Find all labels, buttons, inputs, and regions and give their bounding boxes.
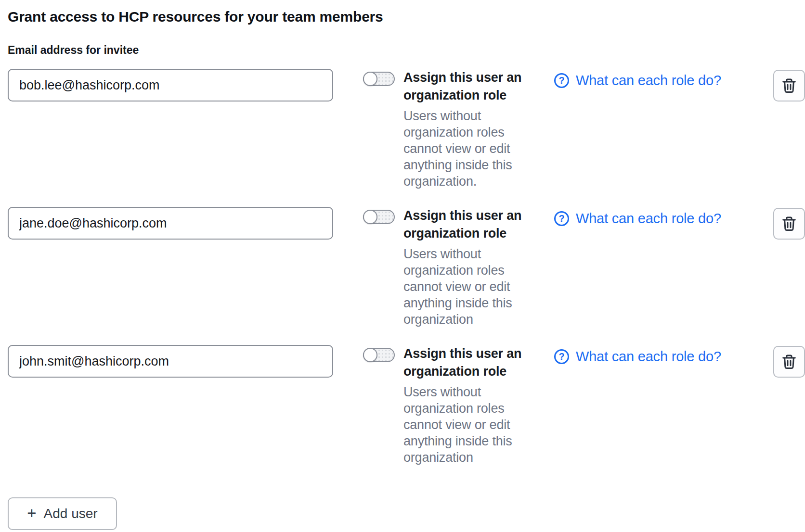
role-help-link-label: What can each role do? [576,210,721,227]
toggle-knob-icon [363,210,377,224]
assign-role-title: Assign this user an organization role [403,207,527,242]
what-can-each-role-do-link[interactable]: ? What can each role do? [554,348,752,365]
assign-role-helper-text: Users without organization roles cannot … [403,384,527,466]
assign-role-title: Assign this user an organization role [403,69,527,104]
delete-user-button[interactable] [773,208,805,240]
plus-icon: + [27,505,36,521]
toggle-knob-icon [363,72,377,86]
assign-role-text-block: Assign this user an organization role Us… [403,345,527,466]
delete-user-button[interactable] [773,346,805,378]
question-circle-icon: ? [554,73,569,88]
assign-role-helper-text: Users without organization roles cannot … [403,108,527,190]
assign-role-text-block: Assign this user an organization role Us… [403,69,527,190]
trash-icon [781,354,797,370]
email-input[interactable] [8,69,333,101]
what-can-each-role-do-link[interactable]: ? What can each role do? [554,72,752,89]
add-user-button[interactable]: + Add user [8,497,117,530]
question-circle-icon: ? [554,349,569,364]
assign-role-helper-text: Users without organization roles cannot … [403,246,527,328]
organization-role-toggle[interactable] [363,72,395,86]
toggle-knob-icon [363,348,377,362]
assign-role-title: Assign this user an organization role [403,345,527,380]
invitee-rows: Assign this user an organization role Us… [8,69,805,466]
email-input[interactable] [8,345,333,378]
email-address-label: Email address for invitee [8,43,805,57]
role-help-link-label: What can each role do? [576,72,721,89]
invitee-row: Assign this user an organization role Us… [8,69,805,190]
role-help-link-label: What can each role do? [576,348,721,365]
organization-role-toggle[interactable] [363,210,395,224]
delete-user-button[interactable] [773,70,805,101]
email-input[interactable] [8,207,333,240]
invite-users-form: Grant access to HCP resources for your t… [0,0,805,530]
what-can-each-role-do-link[interactable]: ? What can each role do? [554,210,752,227]
add-user-label: Add user [44,506,98,521]
trash-icon [781,215,797,232]
question-circle-icon: ? [554,211,569,226]
assign-role-text-block: Assign this user an organization role Us… [403,207,527,328]
invitee-row: Assign this user an organization role Us… [8,207,805,328]
invitee-row: Assign this user an organization role Us… [8,345,805,466]
page-title: Grant access to HCP resources for your t… [8,7,805,27]
trash-icon [781,77,797,94]
organization-role-toggle[interactable] [363,348,395,362]
